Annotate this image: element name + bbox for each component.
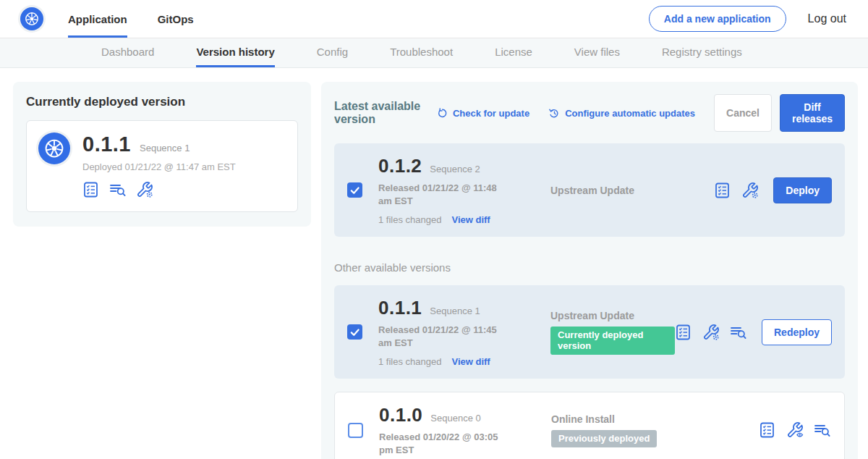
auto-update-clock-icon xyxy=(548,107,561,119)
top-navigation-bar: Application GitOps Add a new application… xyxy=(0,0,868,38)
kubernetes-logo-icon xyxy=(38,132,70,164)
view-logs-icon[interactable] xyxy=(730,324,747,341)
edit-config-icon[interactable] xyxy=(702,324,720,341)
files-changed-label: 1 files changed xyxy=(378,356,441,367)
other-available-versions-title: Other available versions xyxy=(334,261,845,274)
cancel-button[interactable]: Cancel xyxy=(714,94,772,132)
version-source-label: Online Install xyxy=(551,413,759,425)
logout-link[interactable]: Log out xyxy=(808,12,846,25)
topbar-actions: Add a new application Log out xyxy=(649,0,846,38)
deployed-sequence-label: Sequence 1 xyxy=(140,143,190,153)
view-logs-icon[interactable] xyxy=(814,421,831,439)
released-timestamp: Released 01/21/22 @ 11:45 am EST xyxy=(378,324,512,349)
version-number: 0.1.0 xyxy=(379,404,422,426)
deployed-version-card: 0.1.1 Sequence 1 Deployed 01/21/22 @ 11:… xyxy=(26,120,298,212)
view-diff-link[interactable]: View diff xyxy=(451,356,490,367)
check-for-update-link[interactable]: Check for update xyxy=(436,107,529,119)
app-brand xyxy=(20,0,43,38)
edit-config-icon[interactable] xyxy=(136,181,153,198)
kubernetes-logo-icon xyxy=(20,7,43,30)
version-card-0-1-0: 0.1.0 Sequence 0 Released 01/20/22 @ 03:… xyxy=(334,392,845,459)
tab-registry-settings[interactable]: Registry settings xyxy=(662,38,742,67)
preflight-checklist-icon[interactable] xyxy=(82,181,100,198)
version-number: 0.1.2 xyxy=(378,155,422,177)
app-sub-navigation: Dashboard Version history Config Trouble… xyxy=(0,38,868,68)
version-checkbox[interactable] xyxy=(347,182,362,198)
main-content: Currently deployed version 0.1.1 Sequenc… xyxy=(0,68,868,459)
deployed-timestamp: Deployed 01/21/22 @ 11:47 am EST xyxy=(82,161,236,172)
latest-available-title: Latest available version xyxy=(334,100,426,126)
available-versions-header: Latest available version Check for updat… xyxy=(334,94,845,132)
preflight-checklist-icon[interactable] xyxy=(759,421,776,439)
sequence-label: Sequence 0 xyxy=(430,413,480,424)
top-tabs: Application GitOps xyxy=(68,0,194,38)
tab-gitops[interactable]: GitOps xyxy=(158,0,194,38)
configure-automatic-updates-label: Configure automatic updates xyxy=(565,108,695,119)
redeploy-button[interactable]: Redeploy xyxy=(762,319,832,345)
files-changed-label: 1 files changed xyxy=(378,214,441,225)
released-timestamp: Released 01/21/22 @ 11:48 am EST xyxy=(378,182,512,207)
version-number: 0.1.1 xyxy=(378,297,422,319)
sequence-label: Sequence 1 xyxy=(430,306,480,316)
currently-deployed-badge: Currently deployed version xyxy=(550,327,675,355)
add-new-application-button[interactable]: Add a new application xyxy=(649,6,786,32)
tab-view-files[interactable]: View files xyxy=(574,38,620,67)
version-card-0-1-2: 0.1.2 Sequence 2 Released 01/21/22 @ 11:… xyxy=(334,143,845,237)
view-config-icon[interactable] xyxy=(786,421,804,439)
version-card-0-1-1: 0.1.1 Sequence 1 Released 01/21/22 @ 11:… xyxy=(334,285,845,379)
currently-deployed-title: Currently deployed version xyxy=(26,95,298,109)
sequence-label: Sequence 2 xyxy=(430,164,480,174)
tab-dashboard[interactable]: Dashboard xyxy=(101,38,154,67)
edit-config-icon[interactable] xyxy=(741,182,759,199)
refresh-icon xyxy=(436,107,448,119)
deploy-button[interactable]: Deploy xyxy=(773,177,832,203)
tab-version-history[interactable]: Version history xyxy=(196,38,274,67)
version-source-label: Upstream Update xyxy=(550,185,714,196)
version-checkbox[interactable] xyxy=(348,423,363,438)
tab-config[interactable]: Config xyxy=(317,38,348,67)
diff-releases-button[interactable]: Diff releases xyxy=(780,94,845,132)
tab-troubleshoot[interactable]: Troubleshoot xyxy=(390,38,453,67)
currently-deployed-panel: Currently deployed version 0.1.1 Sequenc… xyxy=(13,82,311,227)
released-timestamp: Released 01/20/22 @ 03:05 pm EST xyxy=(379,431,513,456)
previously-deployed-badge: Previously deployed xyxy=(551,430,657,447)
configure-automatic-updates-link[interactable]: Configure automatic updates xyxy=(548,107,695,119)
preflight-checklist-icon[interactable] xyxy=(675,324,692,341)
deployed-version-number: 0.1.1 xyxy=(82,132,131,156)
version-source-label: Upstream Update xyxy=(550,310,675,321)
tab-application[interactable]: Application xyxy=(68,0,127,38)
version-checkbox[interactable] xyxy=(347,324,362,340)
available-versions-panel: Latest available version Check for updat… xyxy=(321,82,858,459)
view-diff-link[interactable]: View diff xyxy=(451,214,490,225)
view-logs-icon[interactable] xyxy=(109,181,127,198)
preflight-checklist-icon[interactable] xyxy=(714,182,731,199)
tab-license[interactable]: License xyxy=(495,38,532,67)
check-for-update-label: Check for update xyxy=(453,108,529,119)
